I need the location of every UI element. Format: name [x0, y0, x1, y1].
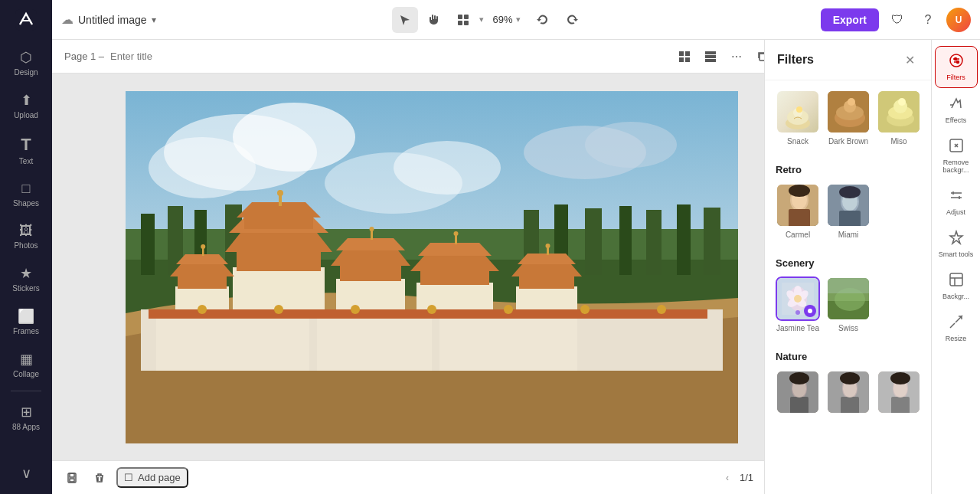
prev-page-button[interactable]: ‹ — [718, 469, 737, 487]
svg-rect-103 — [839, 211, 861, 227]
filter-thumb-miso — [877, 90, 921, 134]
svg-rect-44 — [340, 266, 401, 281]
shield-button[interactable]: 🛡 — [885, 8, 910, 32]
layout-dropdown-icon[interactable]: ▾ — [479, 15, 484, 25]
svg-point-73 — [274, 305, 283, 314]
filter-item-miso[interactable]: Miso — [877, 90, 921, 146]
filter-thumb-jasminatea — [776, 276, 820, 321]
grid-view-button[interactable] — [674, 46, 695, 67]
filter-grid-scenery: Jasmine Tea Swiss — [776, 276, 920, 332]
right-tool-resize[interactable]: Resize — [935, 308, 978, 348]
filter-label-carmel: Carmel — [786, 231, 810, 239]
svg-point-100 — [789, 185, 810, 197]
svg-rect-69 — [317, 313, 432, 371]
right-tool-adjust[interactable]: Adjust — [935, 182, 978, 222]
sidebar-item-photos[interactable]: 🖼 Photos — [3, 217, 49, 256]
filter-item-snack[interactable]: Snack — [776, 90, 820, 146]
help-button[interactable]: ? — [916, 8, 940, 32]
svg-rect-39 — [244, 218, 313, 229]
sidebar-item-collapse[interactable]: ∨ — [3, 459, 49, 488]
panel-close-button[interactable]: ✕ — [900, 51, 919, 69]
save-button[interactable] — [61, 467, 83, 489]
filter-label-darkbrown: Dark Brown — [828, 137, 868, 146]
filter-label-miso: Miso — [890, 137, 906, 146]
svg-rect-8 — [685, 57, 690, 62]
svg-point-72 — [198, 305, 207, 314]
svg-point-137 — [956, 61, 959, 64]
undo-button[interactable] — [530, 7, 556, 33]
svg-marker-58 — [518, 254, 576, 264]
page-title-input[interactable] — [110, 51, 668, 62]
sidebar-divider — [11, 391, 41, 391]
avatar[interactable]: U — [946, 8, 971, 32]
filter-label-snack: Snack — [787, 137, 808, 146]
filter-item-nature3[interactable] — [877, 370, 921, 417]
filter-item-nature1[interactable] — [776, 370, 820, 417]
right-tool-smart-tools[interactable]: Smart tools — [935, 224, 978, 264]
add-page-icon: ☐ — [124, 472, 133, 483]
select-tool-button[interactable] — [392, 7, 418, 33]
right-tool-remove-bg[interactable]: Remove backgr... — [935, 132, 978, 180]
svg-rect-65 — [202, 248, 204, 256]
table-view-button[interactable] — [700, 46, 721, 67]
svg-point-76 — [504, 305, 513, 314]
filter-item-jasminatea[interactable]: Jasmine Tea — [776, 276, 820, 332]
sidebar-item-apps[interactable]: ⊞ 88 Apps — [3, 397, 49, 437]
app-logo[interactable] — [12, 6, 40, 34]
upload-icon: ⬆ — [21, 92, 32, 109]
svg-marker-46 — [336, 238, 405, 250]
more-options-button[interactable]: ⋯ — [726, 46, 747, 67]
filter-item-miami[interactable]: Miami — [826, 183, 871, 239]
svg-point-134 — [890, 372, 910, 384]
cloud-icon: ☁ — [61, 12, 74, 27]
hand-tool-button[interactable] — [421, 7, 447, 33]
filter-label-jasminatea: Jasmine Tea — [776, 324, 819, 332]
right-tool-filters-label: Filters — [946, 74, 965, 81]
svg-rect-56 — [519, 276, 574, 289]
filters-icon — [949, 53, 964, 71]
filter-section-title-nature: Nature — [776, 351, 920, 362]
zoom-button[interactable]: 69% ▾ — [487, 11, 527, 28]
svg-rect-7 — [679, 57, 684, 62]
canvas[interactable] — [126, 91, 738, 443]
svg-rect-33 — [677, 204, 691, 275]
right-tool-filters[interactable]: Filters — [935, 46, 978, 88]
right-tool-effects[interactable]: Effects — [935, 90, 978, 130]
add-page-button[interactable]: ☐ Add page — [116, 467, 188, 488]
topbar-right: Export 🛡 ? U — [821, 8, 971, 32]
right-tool-smart-tools-label: Smart tools — [939, 250, 974, 258]
filter-thumb-miami — [826, 183, 871, 227]
svg-rect-132 — [891, 397, 910, 414]
title-chevron-icon[interactable]: ▾ — [152, 15, 156, 25]
sidebar-item-text[interactable]: T Text — [3, 129, 49, 172]
trash-button[interactable] — [89, 467, 110, 489]
filter-item-carmel[interactable]: Carmel — [776, 183, 820, 239]
svg-rect-23 — [141, 214, 155, 275]
sidebar-item-stickers[interactable]: ★ Stickers — [3, 259, 49, 299]
sidebar-item-design[interactable]: ⬡ Design — [3, 43, 49, 83]
svg-point-18 — [394, 141, 501, 195]
stickers-icon: ★ — [20, 265, 32, 282]
svg-rect-127 — [841, 397, 859, 414]
main-area: Page 1 – ⋯ ⋯ — [52, 40, 812, 494]
filter-label-miami: Miami — [838, 231, 859, 239]
svg-rect-36 — [237, 252, 321, 271]
file-info: ☁ Untitled image ▾ — [61, 12, 156, 27]
filter-item-swiss[interactable]: Swiss — [826, 276, 871, 332]
svg-point-16 — [149, 137, 256, 198]
svg-point-115 — [795, 310, 800, 315]
filter-item-nature2[interactable] — [826, 370, 871, 417]
sidebar-item-upload[interactable]: ⬆ Upload — [3, 86, 49, 126]
export-button[interactable]: Export — [821, 8, 879, 31]
sidebar-item-frames[interactable]: ⬜ Frames — [3, 302, 49, 342]
sidebar-item-collage[interactable]: ▦ Collage — [3, 345, 49, 384]
left-sidebar: ⬡ Design ⬆ Upload T Text □ Shapes 🖼 Phot… — [0, 0, 52, 494]
layout-tool-button[interactable] — [450, 7, 476, 33]
right-tool-background[interactable]: Backgr... — [935, 266, 978, 306]
sidebar-item-shapes[interactable]: □ Shapes — [3, 175, 49, 214]
filter-thumb-snack — [776, 90, 820, 134]
svg-point-74 — [351, 305, 360, 314]
filter-item-darkbrown[interactable]: Dark Brown — [826, 90, 871, 146]
redo-button[interactable] — [559, 7, 585, 33]
filter-thumb-nature3 — [877, 370, 921, 414]
